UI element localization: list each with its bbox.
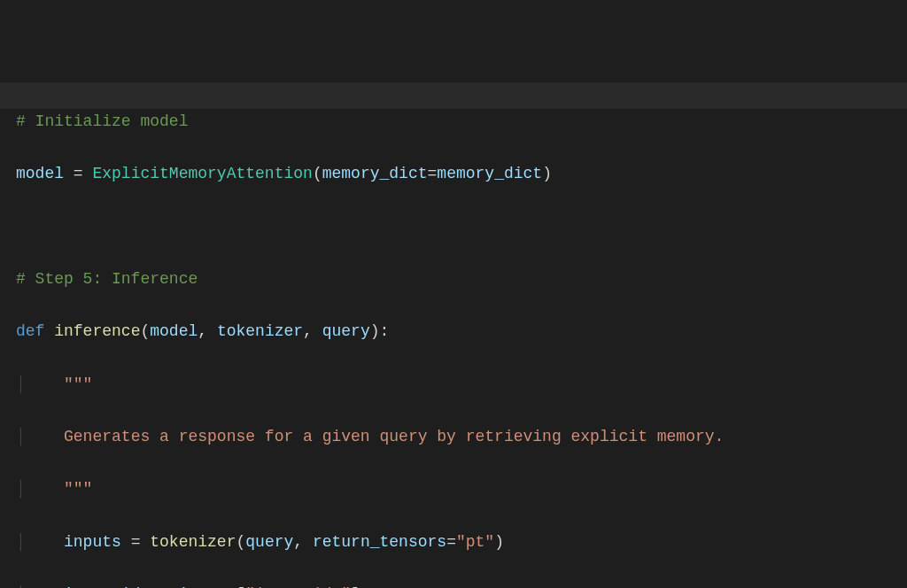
indent-guide: │ [16,428,26,445]
code-line: model = ExplicitMemoryAttention(memory_d… [16,161,907,188]
code-content: # Initialize model model = ExplicitMemor… [16,82,907,588]
code-line: │ inputs = tokenizer(query, return_tenso… [16,530,907,556]
comment: # Step 5: Inference [16,270,198,288]
indent-guide: │ [16,533,26,551]
class-name: ExplicitMemoryAttention [92,165,312,182]
keyword-def: def [16,322,54,340]
code-line: │ Generates a response for a given query… [16,424,907,451]
code-line: def inference(model, tokenizer, query): [16,319,907,345]
code-line: │ input_ids = inputs["input_ids"] [16,582,907,588]
code-line [16,214,907,241]
docstring: """ [26,480,93,498]
func-name: inference [54,322,140,340]
code-line: │ """ [16,476,907,503]
comment: # Initialize model [16,112,188,130]
code-line: # Initialize model [16,109,907,135]
code-editor[interactable]: # Initialize model model = ExplicitMemor… [0,0,907,588]
code-line: │ """ [16,372,907,398]
docstring: """ [26,375,93,393]
var: model [16,165,64,182]
code-line: # Step 5: Inference [16,267,907,293]
docstring: Generates a response for a given query b… [26,428,725,445]
indent-guide: │ [16,375,26,393]
indent-guide: │ [16,480,26,498]
